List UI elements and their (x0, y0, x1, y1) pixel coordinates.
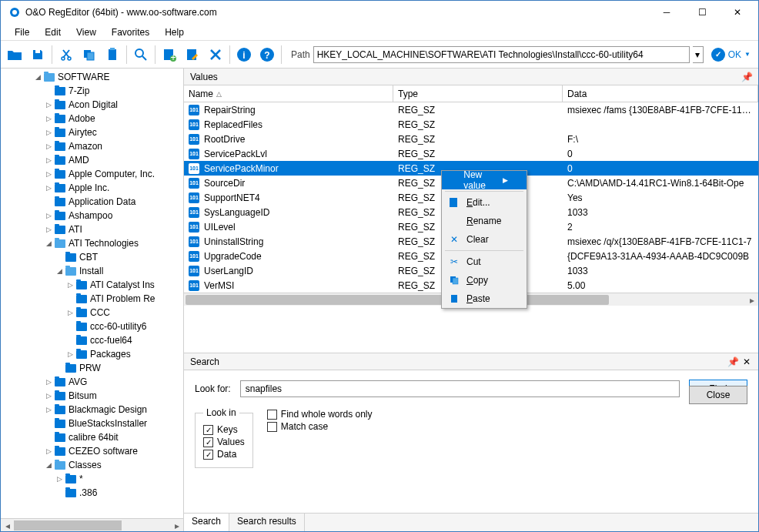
collapse-icon[interactable]: ◢ (44, 239, 53, 248)
tree-node[interactable]: ▷CCC (1, 306, 184, 320)
tree-node[interactable]: ▷Packages (1, 347, 184, 361)
checkbox-whole-words[interactable]: Find whole words only (267, 409, 373, 420)
pin-icon[interactable]: 📌 (741, 72, 752, 82)
expand-icon[interactable]: ▷ (44, 114, 53, 123)
tree-node[interactable]: ▷ATI Catalyst Ins (1, 278, 184, 292)
expand-icon[interactable]: ▷ (44, 211, 53, 220)
new-value-icon[interactable]: + (159, 44, 180, 65)
pin-icon[interactable]: 📌 (727, 356, 738, 367)
ctx-rename[interactable]: Rename (442, 212, 527, 230)
ctx-edit[interactable]: Edit... (442, 193, 527, 212)
expand-icon[interactable]: ▷ (44, 142, 53, 151)
tree-node[interactable]: ▷AMD (1, 153, 184, 167)
tree-node[interactable]: ◢Classes (1, 458, 184, 472)
expand-icon[interactable]: ▷ (44, 183, 53, 192)
tree-node[interactable]: PRW (1, 361, 184, 375)
expand-icon[interactable]: ▷ (44, 391, 53, 400)
menu-favorites[interactable]: Favorites (104, 25, 157, 39)
open-icon[interactable] (4, 44, 25, 65)
menu-file[interactable]: File (7, 25, 37, 39)
tree-node[interactable]: ◢SOFTWARE (1, 70, 184, 84)
delete-icon[interactable] (205, 44, 226, 65)
expand-icon[interactable]: ▷ (65, 350, 75, 359)
ok-button[interactable]: ✓ OK ▼ (707, 48, 755, 62)
ctx-clear[interactable]: ✕ Clear (442, 230, 527, 249)
help-icon[interactable]: ? (256, 44, 278, 65)
cut-icon[interactable] (55, 44, 77, 65)
expand-icon[interactable]: ▷ (65, 308, 75, 317)
ctx-cut[interactable]: ✂ Cut (442, 253, 527, 271)
column-name[interactable]: Name△ (184, 85, 393, 102)
value-row[interactable]: 101RootDriveREG_SZF:\ (184, 132, 758, 146)
tree-node[interactable]: ▷Apple Computer, Inc. (1, 167, 184, 181)
tree-node[interactable]: ◢ATI Technologies (1, 236, 184, 250)
tree-node[interactable]: calibre 64bit (1, 430, 184, 444)
edit-value-icon[interactable] (182, 44, 203, 65)
paste-icon[interactable] (102, 44, 123, 65)
expand-icon[interactable]: ▷ (44, 156, 53, 165)
ctx-new-value[interactable]: New value ▶ (442, 171, 527, 189)
expand-icon[interactable]: ▷ (44, 100, 53, 109)
tree-node[interactable]: ccc-fuel64 (1, 333, 184, 347)
tree-node[interactable]: ▷Ashampoo (1, 209, 184, 223)
search-input[interactable] (240, 380, 680, 397)
checkbox-match-case[interactable]: Match case (267, 421, 373, 432)
ctx-copy[interactable]: Copy (442, 271, 527, 289)
close-button[interactable]: ✕ (720, 1, 755, 24)
checkbox-keys[interactable]: ✓Keys (203, 424, 245, 435)
path-dropdown[interactable]: ▾ (693, 46, 704, 63)
checkbox-data[interactable]: ✓Data (203, 449, 245, 460)
info-icon[interactable]: i (233, 44, 255, 65)
tree-node[interactable]: ▷Airytec (1, 125, 184, 139)
expand-icon[interactable]: ▷ (44, 447, 53, 456)
tree-node[interactable]: ◢Install (1, 264, 184, 278)
tree-node[interactable]: ATI Problem Re (1, 292, 184, 306)
menu-help[interactable]: Help (157, 25, 192, 39)
close-panel-icon[interactable]: ✕ (741, 356, 752, 367)
menu-view[interactable]: View (69, 25, 104, 39)
tree-node[interactable]: .386 (1, 486, 184, 500)
expand-icon[interactable]: ▷ (65, 280, 75, 289)
search-icon[interactable] (130, 44, 152, 65)
tree-node[interactable]: ▷Acon Digital (1, 98, 184, 112)
collapse-icon[interactable]: ◢ (55, 266, 64, 276)
tree-node[interactable]: ▷Amazon (1, 139, 184, 153)
tree-node[interactable]: ccc-60-utility6 (1, 320, 184, 333)
tree-node[interactable]: CBT (1, 250, 184, 264)
tab-search[interactable]: Search (184, 514, 229, 531)
copy-icon[interactable] (79, 44, 100, 65)
tree-scrollbar[interactable]: ◂ ▸ (1, 518, 183, 531)
registry-tree[interactable]: ◢SOFTWARE7-Zip▷Acon Digital▷Adobe▷Airyte… (1, 69, 184, 518)
tree-node[interactable]: ▷Apple Inc. (1, 181, 184, 195)
tree-node[interactable]: ▷* (1, 472, 184, 486)
tree-node[interactable]: ▷Adobe (1, 112, 184, 125)
collapse-icon[interactable]: ◢ (44, 460, 53, 470)
expand-icon[interactable]: ▷ (55, 474, 64, 483)
menu-edit[interactable]: Edit (37, 25, 69, 39)
expand-icon[interactable]: ▷ (44, 405, 53, 414)
checkbox-values[interactable]: ✓Values (203, 437, 245, 447)
value-row[interactable]: 101RepairStringREG_SZmsiexec /fams {130E… (184, 102, 758, 117)
ctx-paste[interactable]: Paste (442, 289, 527, 308)
tree-node[interactable]: BlueStacksInstaller (1, 417, 184, 430)
tree-node[interactable]: ▷CEZEO software (1, 444, 184, 458)
value-row[interactable]: 101ServicePackLvlREG_SZ0 (184, 146, 758, 161)
tree-node[interactable]: ▷Blackmagic Design (1, 403, 184, 417)
path-input[interactable] (313, 46, 690, 63)
tree-node[interactable]: ▷ATI (1, 223, 184, 236)
expand-icon[interactable]: ▷ (44, 169, 53, 179)
minimize-button[interactable]: ─ (649, 1, 684, 24)
tree-node[interactable]: Application Data (1, 195, 184, 209)
expand-icon[interactable]: ▷ (44, 377, 53, 386)
column-data[interactable]: Data (563, 85, 758, 102)
value-row[interactable]: 101ReplacedFilesREG_SZ (184, 117, 758, 132)
column-type[interactable]: Type (393, 85, 563, 102)
tab-search-results[interactable]: Search results (229, 514, 305, 531)
collapse-icon[interactable]: ◢ (33, 72, 42, 82)
maximize-button[interactable]: ☐ (684, 1, 720, 24)
tree-node[interactable]: ▷AVG (1, 375, 184, 389)
expand-icon[interactable]: ▷ (44, 128, 53, 137)
expand-icon[interactable]: ▷ (44, 225, 53, 234)
tree-node[interactable]: ▷Bitsum (1, 389, 184, 403)
tree-node[interactable]: 7-Zip (1, 84, 184, 98)
